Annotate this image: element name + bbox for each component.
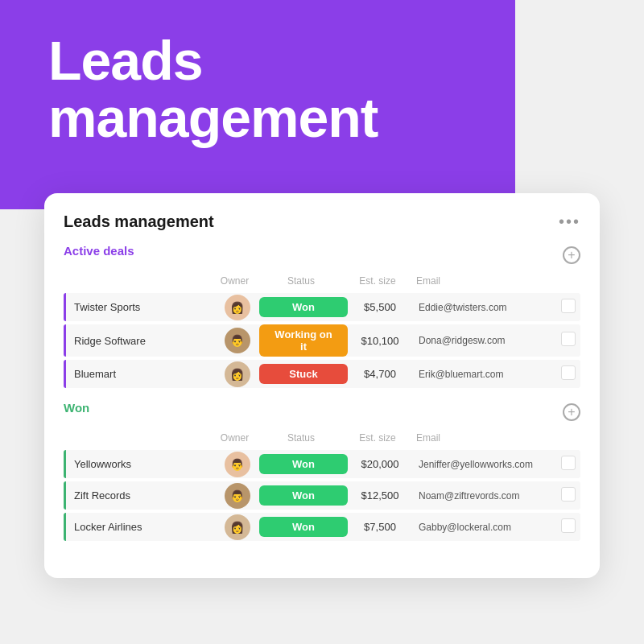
deal-status: Won	[259, 485, 348, 506]
more-options-button[interactable]: •••	[559, 213, 580, 231]
add-won-deal-button[interactable]: +	[563, 403, 580, 421]
deal-status: Working on it	[259, 324, 348, 357]
active-deals-table-header: Owner Status Est. size Email	[64, 272, 580, 293]
active-deals-rows: Twister Sports 👩 Won $5,500 Eddie@twiste…	[64, 293, 580, 388]
status-badge: Stuck	[259, 364, 348, 384]
row-checkbox[interactable]	[561, 518, 576, 533]
deal-name: Yellowworks	[66, 450, 215, 478]
deal-email: Erik@bluemart.com	[412, 369, 556, 380]
deal-name: Bluemart	[66, 360, 215, 388]
add-active-deal-button[interactable]: +	[563, 246, 580, 264]
avatar: 👩	[225, 361, 250, 387]
deal-email: Eddie@twisters.com	[412, 302, 556, 313]
deal-action	[556, 299, 580, 316]
active-deals-header: Active deals +	[64, 244, 580, 266]
deal-owner: 👩	[215, 361, 259, 387]
th-owner: Owner	[213, 275, 257, 287]
th-size: Est. size	[345, 275, 410, 287]
status-badge: Won	[259, 297, 348, 317]
card-title: Leads management	[64, 213, 214, 231]
deal-owner: 👨	[215, 483, 259, 509]
avatar: 👩	[225, 295, 250, 320]
deal-size: $10,100	[348, 335, 412, 347]
won-table-header: Owner Status Est. size Email	[64, 429, 580, 450]
deal-owner: 👩	[215, 295, 259, 320]
row-checkbox[interactable]	[561, 299, 576, 313]
status-badge: Won	[259, 517, 348, 537]
active-deals-section: Active deals + Owner Status Est. size Em…	[44, 244, 600, 388]
th-status-won: Status	[257, 432, 345, 444]
status-badge: Working on it	[259, 324, 348, 357]
hero-title-line1: Leads	[48, 30, 203, 91]
deal-name: Ridge Software	[66, 327, 215, 355]
avatar: 👨	[225, 483, 250, 509]
row-checkbox[interactable]	[561, 456, 576, 470]
won-section-header: Won +	[64, 401, 580, 423]
deal-owner: 👩	[215, 514, 259, 540]
status-badge: Won	[259, 454, 348, 474]
status-badge: Won	[259, 485, 348, 506]
deal-size: $4,700	[348, 368, 412, 380]
row-checkbox[interactable]	[561, 365, 576, 380]
table-row: Bluemart 👩 Stuck $4,700 Erik@bluemart.co…	[64, 360, 580, 388]
table-row: Yellowworks 👨 Won $20,000 Jeniffer@yello…	[64, 450, 580, 478]
deal-name: Zift Records	[66, 481, 215, 510]
won-section: Won + Owner Status Est. size Email Yello…	[44, 401, 600, 541]
deal-status: Won	[259, 517, 348, 537]
deal-action	[556, 365, 580, 383]
row-checkbox[interactable]	[561, 487, 576, 502]
won-deals-rows: Yellowworks 👨 Won $20,000 Jeniffer@yello…	[64, 450, 580, 541]
deal-email: Jeniffer@yellowworks.com	[412, 459, 556, 470]
deal-action	[556, 456, 580, 473]
deal-status: Won	[259, 454, 348, 474]
deal-action	[556, 332, 580, 349]
table-row: Locker Airlines 👩 Won $7,500 Gabby@locke…	[64, 513, 580, 541]
table-row: Twister Sports 👩 Won $5,500 Eddie@twiste…	[64, 293, 580, 321]
won-section-label: Won	[64, 401, 89, 415]
row-checkbox[interactable]	[561, 332, 576, 346]
active-deals-label: Active deals	[64, 244, 134, 258]
avatar: 👩	[225, 514, 250, 540]
table-row: Zift Records 👨 Won $12,500 Noam@ziftrevo…	[64, 481, 580, 510]
deal-email: Gabby@lockeral.com	[412, 522, 556, 533]
deal-email: Dona@ridgesw.com	[412, 335, 556, 346]
deal-action	[556, 487, 580, 505]
deal-name: Twister Sports	[66, 293, 215, 321]
deal-email: Noam@ziftrevords.com	[412, 490, 556, 502]
deal-size: $20,000	[348, 458, 412, 470]
hero-title-line2: management	[48, 87, 378, 148]
deal-size: $5,500	[348, 301, 412, 313]
deal-status: Stuck	[259, 364, 348, 384]
th-status: Status	[257, 275, 345, 287]
th-size-won: Est. size	[345, 432, 410, 444]
deal-owner: 👨	[215, 452, 259, 477]
deal-status: Won	[259, 297, 348, 317]
th-email-won: Email	[410, 432, 556, 444]
avatar: 👨	[225, 452, 250, 477]
deal-action	[556, 518, 580, 536]
card-header: Leads management •••	[44, 213, 600, 244]
deal-size: $12,500	[348, 489, 412, 502]
th-email: Email	[410, 275, 556, 287]
deal-name: Locker Airlines	[66, 513, 215, 541]
deal-size: $7,500	[348, 521, 412, 533]
table-row: Ridge Software 👨 Working on it $10,100 D…	[64, 324, 580, 357]
deal-owner: 👨	[215, 328, 259, 353]
leads-management-card: Leads management ••• Active deals + Owne…	[44, 193, 600, 578]
avatar: 👨	[225, 328, 250, 353]
hero-title: Leads management	[48, 32, 378, 147]
th-owner-won: Owner	[213, 432, 257, 444]
